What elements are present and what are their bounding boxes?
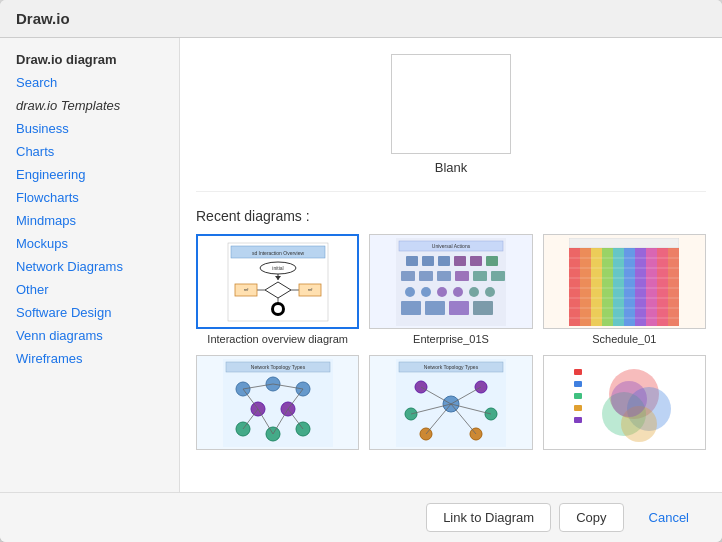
- sidebar-item-wireframes[interactable]: Wireframes: [0, 347, 179, 370]
- sidebar-item-mindmaps[interactable]: Mindmaps: [0, 209, 179, 232]
- diagram-item-schedule[interactable]: Schedule_01: [543, 234, 706, 345]
- svg-rect-46: [591, 248, 602, 326]
- diagram-thumb-interaction[interactable]: sd Interaction Overview initial ref: [196, 234, 359, 329]
- svg-rect-100: [574, 405, 582, 411]
- diagram-label-schedule: Schedule_01: [592, 333, 656, 345]
- main-content: Blank Recent diagrams : sd Interaction O…: [180, 38, 722, 492]
- svg-rect-28: [437, 271, 451, 281]
- svg-rect-47: [602, 248, 613, 326]
- diagram-item-network1[interactable]: Network Topology Types: [196, 355, 359, 454]
- svg-rect-29: [455, 271, 469, 281]
- diagrams-grid: sd Interaction Overview initial ref: [196, 234, 706, 454]
- svg-rect-44: [569, 248, 580, 326]
- diagram-thumb-schedule[interactable]: [543, 234, 706, 329]
- copy-button[interactable]: Copy: [559, 503, 623, 532]
- svg-text:Network Topology Types: Network Topology Types: [424, 364, 479, 370]
- sidebar-item-business[interactable]: Business: [0, 117, 179, 140]
- diagram-item-network2[interactable]: Network Topology Types: [369, 355, 532, 454]
- svg-rect-24: [470, 256, 482, 266]
- svg-rect-51: [646, 248, 657, 326]
- svg-rect-50: [635, 248, 646, 326]
- svg-rect-22: [438, 256, 450, 266]
- blank-label: Blank: [435, 160, 468, 175]
- svg-rect-39: [425, 301, 445, 315]
- svg-rect-48: [613, 248, 624, 326]
- svg-rect-97: [574, 369, 582, 375]
- diagram-item-venn[interactable]: [543, 355, 706, 454]
- sidebar-item-software-design[interactable]: Software Design: [0, 301, 179, 324]
- sidebar-templates-label: draw.io Templates: [0, 94, 179, 117]
- svg-point-32: [405, 287, 415, 297]
- svg-rect-26: [401, 271, 415, 281]
- svg-text:Network Topology Types: Network Topology Types: [251, 364, 306, 370]
- svg-rect-38: [401, 301, 421, 315]
- svg-rect-53: [668, 248, 679, 326]
- svg-text:sd Interaction Overview: sd Interaction Overview: [252, 250, 305, 256]
- svg-point-16: [274, 305, 282, 313]
- sidebar: Draw.io diagram Search draw.io Templates…: [0, 38, 180, 492]
- svg-rect-30: [473, 271, 487, 281]
- diagram-thumb-network2[interactable]: Network Topology Types: [369, 355, 532, 450]
- diagram-thumb-enterprise[interactable]: Universal Actions: [369, 234, 532, 329]
- svg-rect-49: [624, 248, 635, 326]
- svg-rect-45: [580, 248, 591, 326]
- svg-text:Universal Actions: Universal Actions: [432, 243, 471, 249]
- diagram-label-interaction: Interaction overview diagram: [207, 333, 348, 345]
- dialog-footer: Link to Diagram Copy Cancel: [0, 492, 722, 542]
- svg-point-33: [421, 287, 431, 297]
- sidebar-item-network-diagrams[interactable]: Network Diagrams: [0, 255, 179, 278]
- draw-io-dialog: Draw.io Draw.io diagram Search draw.io T…: [0, 0, 722, 542]
- svg-point-34: [437, 287, 447, 297]
- svg-rect-23: [454, 256, 466, 266]
- recent-section-title: Recent diagrams :: [196, 208, 706, 224]
- sidebar-section-title: Draw.io diagram: [0, 48, 179, 71]
- svg-point-37: [485, 287, 495, 297]
- svg-point-35: [453, 287, 463, 297]
- blank-section: Blank: [196, 54, 706, 192]
- blank-thumbnail[interactable]: [391, 54, 511, 154]
- dialog-title: Draw.io: [0, 0, 722, 38]
- svg-rect-31: [491, 271, 505, 281]
- svg-rect-52: [657, 248, 668, 326]
- diagram-item-interaction[interactable]: sd Interaction Overview initial ref: [196, 234, 359, 345]
- sidebar-item-engineering[interactable]: Engineering: [0, 163, 179, 186]
- diagram-thumb-network1[interactable]: Network Topology Types: [196, 355, 359, 450]
- cancel-button[interactable]: Cancel: [632, 503, 706, 532]
- svg-point-106: [611, 381, 647, 417]
- dialog-body: Draw.io diagram Search draw.io Templates…: [0, 38, 722, 492]
- sidebar-item-mockups[interactable]: Mockups: [0, 232, 179, 255]
- svg-rect-25: [486, 256, 498, 266]
- svg-point-36: [469, 287, 479, 297]
- svg-rect-43: [569, 238, 679, 248]
- svg-text:initial: initial: [272, 265, 283, 271]
- svg-rect-41: [473, 301, 493, 315]
- sidebar-item-venn-diagrams[interactable]: Venn diagrams: [0, 324, 179, 347]
- diagram-label-enterprise: Enterprise_01S: [413, 333, 489, 345]
- diagram-thumb-venn[interactable]: [543, 355, 706, 450]
- sidebar-item-other[interactable]: Other: [0, 278, 179, 301]
- link-to-diagram-button[interactable]: Link to Diagram: [426, 503, 551, 532]
- sidebar-item-charts[interactable]: Charts: [0, 140, 179, 163]
- diagram-item-enterprise[interactable]: Universal Actions: [369, 234, 532, 345]
- svg-rect-98: [574, 381, 582, 387]
- svg-rect-40: [449, 301, 469, 315]
- svg-rect-99: [574, 393, 582, 399]
- svg-rect-27: [419, 271, 433, 281]
- svg-rect-21: [422, 256, 434, 266]
- sidebar-item-search[interactable]: Search: [0, 71, 179, 94]
- sidebar-item-flowcharts[interactable]: Flowcharts: [0, 186, 179, 209]
- svg-rect-101: [574, 417, 582, 423]
- svg-rect-20: [406, 256, 418, 266]
